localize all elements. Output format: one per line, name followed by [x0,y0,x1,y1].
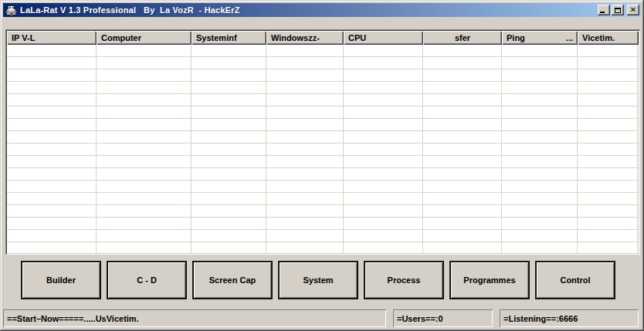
listview-body[interactable] [7,45,639,253]
column-header-sfer[interactable]: sfer [423,31,502,45]
victims-listview[interactable]: IP V-LComputerSysteminfWindowszz-CPUsfer… [5,29,640,255]
column-header-label: Windowszz- [271,33,320,42]
column-header-label: IP V-L [12,33,35,42]
minimize-button[interactable] [598,5,610,15]
column-header-ping[interactable]: Ping... [502,31,578,45]
column-header-windowszz[interactable]: Windowszz- [266,31,344,45]
column-header-ip-v-l[interactable]: IP V-L [7,31,97,45]
column-header-label: Vicetim. [582,33,615,42]
grid-vline [96,45,97,253]
column-header-computer[interactable]: Computer [97,31,192,45]
action-button-row: BuilderC - DScreen CapSystemProcessProgr… [21,261,623,299]
close-button[interactable]: ✕ [627,5,639,15]
app-window: LaLa-Rat V 1.3 Professional By La VozR -… [0,0,644,331]
minimize-icon [600,12,605,13]
grid-vline [266,45,266,253]
grid-vline [422,45,423,253]
status-start-panel: ==Start–Now=====.....UsVicetim. [3,309,386,327]
column-header-label: CPU [348,33,366,42]
grid-vline [637,45,638,253]
window-controls: ✕ [596,5,639,15]
action-button-control[interactable]: Control [535,261,615,299]
grid-vline [577,45,578,253]
app-icon[interactable] [5,5,17,16]
close-icon: ✕ [630,6,636,14]
column-header-label: sfer [455,33,470,42]
titlebar[interactable]: LaLa-Rat V 1.3 Professional By La VozR -… [3,3,641,17]
status-users-text: =Users==:0 [397,314,443,323]
column-header-label: Ping [507,33,525,42]
action-button-c-d[interactable]: C - D [107,261,187,299]
column-header-cpu[interactable]: CPU [344,31,423,45]
status-listening-text: =Listening==:6666 [503,314,578,323]
status-users-panel: =Users==:0 [393,309,493,327]
action-button-system[interactable]: System [278,261,358,299]
grid-vline [501,45,502,253]
status-listening-panel: =Listening==:6666 [500,309,639,327]
column-header-extra: ... [563,33,573,42]
column-header-systeminf[interactable]: Systeminf [192,31,266,45]
grid-vline [343,45,344,253]
grid-vline [191,45,192,253]
status-start-text: ==Start–Now=====.....UsVicetim. [7,314,139,323]
listview-header: IP V-LComputerSysteminfWindowszz-CPUsfer… [7,31,639,45]
action-button-programmes[interactable]: Programmes [449,261,530,299]
maximize-button[interactable] [612,5,624,15]
maximize-icon [615,8,621,13]
column-header-label: Systeminf [196,33,237,42]
action-button-builder[interactable]: Builder [21,261,101,299]
column-header-vicetim[interactable]: Vicetim. [578,31,639,45]
window-title: LaLa-Rat V 1.3 Professional By La VozR -… [20,5,240,15]
column-header-label: Computer [101,33,141,42]
action-button-screen-cap[interactable]: Screen Cap [192,261,273,299]
action-button-process[interactable]: Process [364,261,444,299]
